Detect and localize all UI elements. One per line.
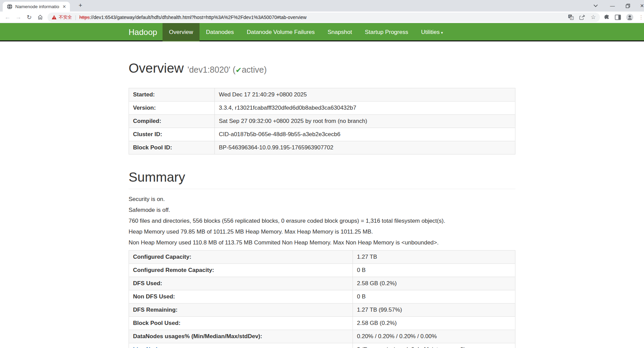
tab-close-icon[interactable]: ✕	[61, 4, 67, 9]
row-label: Live Nodes	[129, 343, 353, 348]
filesystem-objects: 760 files and directories, 556 blocks (5…	[129, 218, 515, 224]
page-title: Overview 'dev1:8020' (✔active)	[129, 61, 515, 76]
namenode-state: active	[242, 65, 264, 74]
new-tab-button[interactable]: +	[76, 1, 85, 10]
summary-divider	[129, 189, 515, 189]
chevron-down-icon: ▾	[441, 31, 443, 35]
row-label: Started:	[129, 88, 215, 101]
row-value: 3.3.4, r13021fcabafff320dfed6d0b8abed3ca…	[215, 101, 515, 114]
row-label: Configured Remote Capacity:	[129, 263, 353, 277]
row-value: Wed Dec 17 21:40:29 +0800 2025	[215, 88, 515, 101]
hadoop-navbar: Hadoop Overview Datanodes Datanode Volum…	[0, 23, 644, 41]
row-value: 2.58 GB (0.2%)	[353, 277, 515, 290]
table-row: Block Pool ID:BP-546396364-10.0.99.195-1…	[129, 141, 515, 154]
address-bar[interactable]: 不安全 | https://dev1:6543/gateway/default/…	[48, 13, 600, 22]
table-row: DFS Remaining:1.27 TB (99.57%)	[129, 303, 515, 316]
globe-favicon-icon	[7, 4, 13, 10]
table-row: Block Pool Used:2.58 GB (0.2%)	[129, 316, 515, 330]
overview-heading-text: Overview	[129, 61, 184, 75]
not-secure-warning-icon	[52, 15, 57, 20]
table-row: Non DFS Used:0 B	[129, 290, 515, 303]
live-nodes-link[interactable]: Live Nodes	[133, 346, 164, 348]
row-label: Non DFS Used:	[129, 290, 353, 303]
namenode-host-state: 'dev1:8020' (✔active)	[187, 65, 267, 74]
forward-icon[interactable]: →	[13, 14, 24, 21]
row-value: 0.20% / 0.20% / 0.20% / 0.00%	[353, 330, 515, 343]
row-label: Block Pool ID:	[129, 141, 215, 154]
non-heap-memory: Non Heap Memory used 110.8 MB of 113.75 …	[129, 239, 515, 246]
window-minimize-button[interactable]: —	[606, 0, 619, 12]
row-label: Cluster ID:	[129, 128, 215, 141]
url-text[interactable]: https://dev1:6543/gateway/default/hdfs/d…	[79, 15, 565, 20]
nav-tab-datanodes[interactable]: Datanodes	[200, 23, 240, 41]
table-row: Configured Capacity:1.27 TB	[129, 250, 515, 263]
side-panel-icon[interactable]	[615, 15, 621, 20]
state-paren-close: )	[264, 65, 267, 74]
state-paren-open: (	[233, 65, 235, 74]
table-row: DataNodes usages% (Min/Median/Max/stdDev…	[129, 330, 515, 343]
row-value: CID-a0187b5b-065e-48d8-9b55-a3eb2e3cecb6	[215, 128, 515, 141]
browser-tab[interactable]: Namenode information ✕	[3, 2, 70, 12]
table-row: Started:Wed Dec 17 21:40:29 +0800 2025	[129, 88, 515, 101]
summary-heading: Summary	[129, 170, 515, 185]
svg-text:文: 文	[570, 17, 573, 20]
table-row: DFS Used:2.58 GB (0.2%)	[129, 277, 515, 290]
row-label: Configured Capacity:	[129, 250, 353, 263]
row-value: 2.58 GB (0.2%)	[353, 316, 515, 330]
row-value: Sat Sep 27 09:32:00 +0800 2025 by root f…	[215, 114, 515, 128]
window-restore-button[interactable]	[621, 0, 634, 12]
browser-toolbar: ← → ↻ 不安全 | https://dev1:6543/gateway/de…	[0, 12, 644, 23]
summary-table: Configured Capacity:1.27 TB Configured R…	[129, 250, 515, 348]
browser-tab-strip: Namenode information ✕ + — ✕	[0, 0, 644, 12]
reload-icon[interactable]: ↻	[24, 14, 35, 21]
nav-tab-overview[interactable]: Overview	[163, 23, 200, 41]
table-row: Configured Remote Capacity:0 B	[129, 263, 515, 277]
row-value: BP-546396364-10.0.99.195-1765963907702	[215, 141, 515, 154]
tab-search-icon[interactable]	[589, 0, 602, 12]
extensions-puzzle-icon[interactable]	[604, 14, 610, 20]
nav-tab-datanode-volume-failures[interactable]: Datanode Volume Failures	[240, 23, 321, 41]
hadoop-brand[interactable]: Hadoop	[129, 23, 163, 41]
table-row: Live Nodes3 (Decommissioned: 0, In Maint…	[129, 343, 515, 348]
row-value: 1.27 TB (99.57%)	[353, 303, 515, 316]
home-icon[interactable]	[35, 14, 45, 20]
nav-tab-snapshot[interactable]: Snapshot	[321, 23, 359, 41]
not-secure-label[interactable]: 不安全	[59, 14, 72, 20]
back-icon[interactable]: ←	[2, 14, 13, 21]
nav-tab-utilities[interactable]: Utilities▾	[415, 23, 449, 41]
row-value: 3 (Decommissioned: 0, In Maintenance: 0)	[353, 343, 515, 348]
utilities-label: Utilities	[421, 29, 440, 35]
heap-memory: Heap Memory used 79.85 MB of 1011.25 MB …	[129, 228, 515, 235]
row-label: DFS Remaining:	[129, 303, 353, 316]
nav-tab-startup-progress[interactable]: Startup Progress	[358, 23, 415, 41]
table-row: Version:3.3.4, r13021fcabafff320dfed6d0b…	[129, 101, 515, 114]
namenode-info-table: Started:Wed Dec 17 21:40:29 +0800 2025 V…	[129, 88, 515, 154]
window-close-button[interactable]: ✕	[635, 0, 644, 12]
security-status: Security is on.	[129, 196, 515, 203]
url-rest: ://dev1:6543/gateway/default/hdfs/dfshea…	[90, 15, 306, 20]
safemode-status: Safemode is off.	[129, 207, 515, 214]
tab-title: Namenode information	[15, 4, 59, 9]
row-value: 0 B	[353, 290, 515, 303]
active-check-icon: ✔	[235, 66, 242, 74]
table-row: Compiled:Sat Sep 27 09:32:00 +0800 2025 …	[129, 114, 515, 128]
translate-icon[interactable]: G 文	[568, 14, 574, 20]
row-value: 0 B	[353, 263, 515, 277]
row-label: Block Pool Used:	[129, 316, 353, 330]
row-value: 1.27 TB	[353, 250, 515, 263]
row-label: Compiled:	[129, 114, 215, 128]
row-label: DataNodes usages% (Min/Median/Max/stdDev…	[129, 330, 353, 343]
table-row: Cluster ID:CID-a0187b5b-065e-48d8-9b55-a…	[129, 128, 515, 141]
profile-avatar[interactable]	[626, 14, 633, 21]
url-scheme: https	[79, 15, 90, 20]
bookmark-star-icon[interactable]: ☆	[591, 14, 596, 20]
row-label: DFS Used:	[129, 277, 353, 290]
browser-menu-kebab-icon[interactable]: ⋮	[639, 14, 641, 20]
address-separator: |	[75, 15, 76, 20]
namenode-host: 'dev1:8020'	[187, 65, 230, 74]
share-icon[interactable]	[579, 15, 585, 20]
row-label: Version:	[129, 101, 215, 114]
summary-paragraphs: Security is on. Safemode is off. 760 fil…	[129, 196, 515, 246]
